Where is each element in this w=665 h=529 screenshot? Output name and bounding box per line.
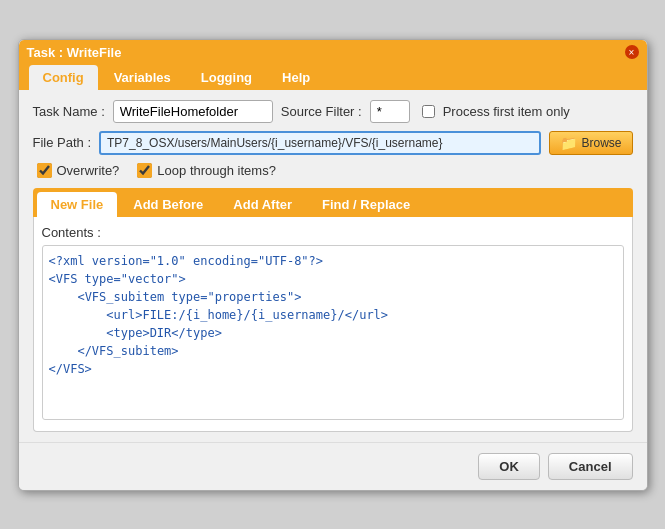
browse-label: Browse (581, 136, 621, 150)
close-button[interactable]: × (625, 45, 639, 59)
contents-label: Contents : (42, 225, 624, 240)
tab-find-replace[interactable]: Find / Replace (308, 192, 424, 217)
content-section: Contents : (33, 217, 633, 432)
checkboxes-row: Overwrite? Loop through items? (33, 163, 633, 178)
dialog-window: Task : WriteFile × Config Variables Logg… (18, 39, 648, 491)
loop-item: Loop through items? (137, 163, 276, 178)
process-first-checkbox[interactable] (422, 105, 435, 118)
title-bar: Task : WriteFile × (19, 40, 647, 65)
task-name-label: Task Name : (33, 104, 105, 119)
process-first-label: Process first item only (443, 104, 570, 119)
task-name-row: Task Name : Source Filter : Process firs… (33, 100, 633, 123)
tab-logging[interactable]: Logging (187, 65, 266, 90)
overwrite-checkbox[interactable] (37, 163, 52, 178)
dialog-title: Task : WriteFile (27, 45, 122, 60)
dialog-body: Task Name : Source Filter : Process firs… (19, 90, 647, 442)
tab-config[interactable]: Config (29, 65, 98, 90)
source-filter-input[interactable] (370, 100, 410, 123)
overwrite-item: Overwrite? (37, 163, 120, 178)
source-filter-label: Source Filter : (281, 104, 362, 119)
browse-button[interactable]: 📁 Browse (549, 131, 632, 155)
file-path-row: File Path : 📁 Browse (33, 131, 633, 155)
top-tab-bar: Config Variables Logging Help (19, 65, 647, 90)
loop-label: Loop through items? (157, 163, 276, 178)
tab-variables[interactable]: Variables (100, 65, 185, 90)
tab-new-file[interactable]: New File (37, 192, 118, 217)
inner-tab-bar: New File Add Before Add After Find / Rep… (33, 188, 633, 217)
tab-help[interactable]: Help (268, 65, 324, 90)
task-name-input[interactable] (113, 100, 273, 123)
file-path-input[interactable] (99, 131, 541, 155)
tab-add-after[interactable]: Add After (219, 192, 306, 217)
ok-button[interactable]: OK (478, 453, 540, 480)
folder-icon: 📁 (560, 135, 577, 151)
dialog-footer: OK Cancel (19, 442, 647, 490)
cancel-button[interactable]: Cancel (548, 453, 633, 480)
tab-add-before[interactable]: Add Before (119, 192, 217, 217)
contents-textarea[interactable] (42, 245, 624, 420)
loop-checkbox[interactable] (137, 163, 152, 178)
overwrite-label: Overwrite? (57, 163, 120, 178)
file-path-label: File Path : (33, 135, 92, 150)
